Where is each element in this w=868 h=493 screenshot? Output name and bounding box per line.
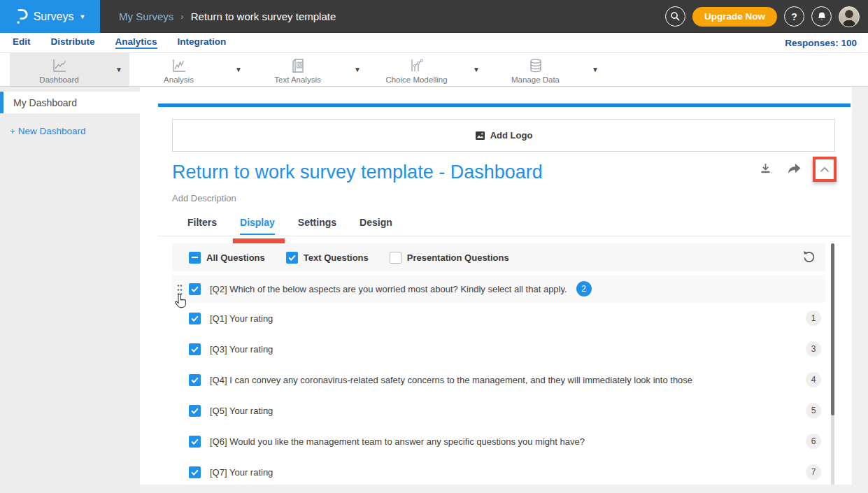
add-logo-label: Add Logo [490, 130, 533, 141]
tab-design[interactable]: Design [360, 217, 392, 235]
scrollbar-thumb[interactable] [831, 243, 834, 415]
drag-handle-icon[interactable] [177, 284, 183, 299]
question-order-badge: 5 [806, 403, 821, 418]
chevron-down-icon[interactable]: ▼ [585, 53, 606, 86]
question-order-badge: 3 [806, 341, 821, 357]
nav-link-integration[interactable]: Integration [178, 36, 227, 49]
toolbar-item-label: Text Analysis [274, 76, 320, 84]
dashboard-panel: Add Logo Return to work survey template … [140, 87, 852, 485]
notifications-button[interactable] [811, 6, 832, 27]
nav-link-distribute[interactable]: Distribute [51, 36, 95, 49]
question-row[interactable]: [Q1] Your rating1 [172, 303, 825, 334]
question-list: [Q2] Which of the below aspects are you … [172, 275, 825, 485]
search-button[interactable] [665, 6, 685, 27]
breadcrumb-my-surveys[interactable]: My Surveys [119, 10, 173, 22]
nav-links: EditDistributeAnalyticsIntegration [13, 36, 226, 49]
filter-all-questions[interactable]: All Questions [189, 252, 265, 264]
add-logo-button[interactable]: Add Logo [172, 119, 835, 152]
sidebar-item-my-dashboard[interactable]: My Dashboard [0, 92, 140, 113]
checkbox-presentation-questions[interactable] [390, 252, 401, 264]
tab-settings[interactable]: Settings [298, 217, 336, 235]
chevron-down-icon[interactable]: ▼ [347, 53, 368, 86]
question-text: [Q7] Your rating [210, 467, 273, 478]
chevron-down-icon[interactable]: ▼ [466, 53, 487, 86]
question-row[interactable]: [Q7] Your rating7 [172, 457, 825, 485]
toolbar-item-choice-modelling[interactable]: Choice Modelling▼ [367, 53, 487, 86]
question-text: [Q2] Which of the below aspects are you … [210, 284, 567, 294]
question-row[interactable]: [Q5] Your rating5 [172, 395, 825, 426]
question-checkbox[interactable] [189, 374, 201, 386]
question-row[interactable]: [Q6] Would you like the management team … [172, 426, 825, 457]
collapse-icon [819, 166, 830, 173]
help-button[interactable]: ? [784, 6, 804, 27]
display-tabs: FiltersDisplaySettingsDesign [187, 217, 392, 235]
panel-accent-bar [158, 103, 851, 107]
tab-filters[interactable]: Filters [187, 217, 217, 235]
reset-filters-button[interactable] [802, 250, 816, 264]
help-icon: ? [791, 11, 797, 22]
question-checkbox[interactable] [189, 313, 201, 324]
product-switcher[interactable]: Surveys ▼ [0, 0, 100, 33]
chevron-down-icon[interactable]: ▼ [108, 53, 129, 86]
survey-section-nav: EditDistributeAnalyticsIntegration Respo… [0, 33, 868, 53]
toolbar-item-analysis[interactable]: Analysis▼ [129, 53, 249, 86]
toolbar-item-label: Dashboard [39, 76, 78, 84]
tab-display[interactable]: Display [240, 217, 275, 235]
question-row[interactable]: [Q4] I can convey any coronavirus-relate… [172, 364, 825, 395]
responses-count[interactable]: Responses: 100 [785, 38, 857, 48]
download-button[interactable] [758, 161, 775, 178]
chevron-down-icon[interactable]: ▼ [228, 53, 249, 86]
question-checkbox[interactable] [189, 405, 201, 417]
question-order-badge: 4 [806, 372, 821, 387]
dashboard-chart-icon [50, 57, 69, 74]
toolbar-item-dashboard[interactable]: Dashboard▼ [10, 53, 129, 86]
question-filter-bar: All QuestionsText QuestionsPresentation … [172, 243, 825, 271]
text-analysis-icon [290, 57, 306, 74]
dashboard-title: Return to work survey template - Dashboa… [172, 162, 543, 183]
add-description-field[interactable]: Add Description [172, 193, 236, 203]
question-order-badge: 6 [806, 434, 821, 449]
question-checkbox[interactable] [189, 343, 201, 355]
collapse-panel-button[interactable] [813, 157, 837, 182]
search-icon [670, 11, 681, 22]
choice-modelling-icon [408, 57, 426, 74]
question-text: [Q3] Your rating [210, 344, 273, 355]
question-checkbox[interactable] [189, 436, 201, 448]
question-order-badge: 2 [576, 281, 592, 296]
toolbar-item-text-analysis[interactable]: Text Analysis▼ [248, 53, 368, 86]
share-button[interactable] [785, 162, 802, 177]
header-actions: Upgrade Now ? [665, 0, 860, 33]
question-text: [Q6] Would you like the management team … [210, 436, 585, 447]
download-icon [758, 161, 775, 178]
new-dashboard-button[interactable]: + New Dashboard [10, 126, 140, 136]
toolbar-item-label: Analysis [164, 76, 194, 84]
toolbar-item-label: Manage Data [511, 76, 560, 84]
share-icon [785, 162, 802, 177]
checkbox-text-questions[interactable] [286, 252, 298, 264]
question-checkbox[interactable] [189, 283, 201, 295]
toolbar-item-manage-data[interactable]: Manage Data▼ [486, 53, 606, 86]
questionpro-logo-icon [15, 8, 28, 25]
nav-link-analytics[interactable]: Analytics [115, 36, 157, 49]
question-checkbox[interactable] [189, 466, 201, 478]
bell-icon [817, 11, 827, 22]
analytics-toolbar: Dashboard▼Analysis▼Text Analysis▼Choice … [0, 53, 868, 87]
user-avatar[interactable] [839, 6, 860, 27]
question-row[interactable]: [Q2] Which of the below aspects are you … [172, 275, 825, 303]
manage-data-icon [527, 57, 544, 74]
dashboard-sidebar: My Dashboard + New Dashboard [0, 87, 140, 493]
question-order-badge: 1 [806, 310, 821, 326]
dashboard-actions [758, 157, 837, 182]
filter-label: Text Questions [304, 252, 369, 263]
question-row[interactable]: [Q3] Your rating3 [172, 334, 825, 364]
nav-link-edit[interactable]: Edit [13, 36, 31, 49]
tabs-divider [158, 236, 851, 236]
analysis-chart-icon [170, 57, 188, 74]
checkbox-all-questions[interactable] [189, 252, 201, 264]
filter-label: All Questions [206, 252, 265, 263]
filter-text-questions[interactable]: Text Questions [286, 252, 369, 264]
toolbar-item-label: Choice Modelling [385, 76, 447, 84]
filter-presentation-questions[interactable]: Presentation Questions [390, 252, 509, 264]
upgrade-now-button[interactable]: Upgrade Now [692, 7, 777, 27]
chevron-down-icon: ▼ [79, 13, 85, 20]
